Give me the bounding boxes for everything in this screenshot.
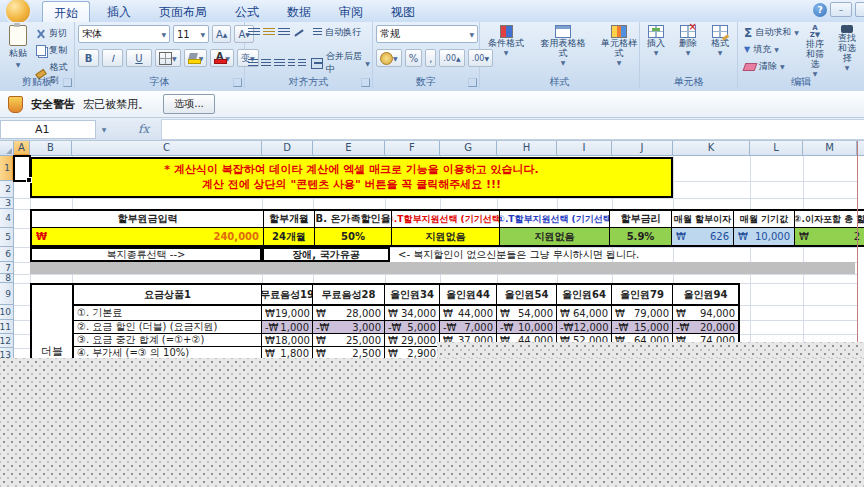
number-format-select[interactable]: 常规▼ <box>376 25 478 43</box>
table-cell[interactable]: ₩25,000 <box>313 334 385 347</box>
align-top-icon[interactable] <box>248 28 260 37</box>
welfare-select-value-cell[interactable]: 장애, 국가유공 <box>262 247 390 262</box>
column-header-K[interactable]: K <box>673 141 750 156</box>
table-cell[interactable]: ₩19,000 <box>262 306 313 321</box>
column-header-H[interactable]: H <box>497 141 557 156</box>
merge-center-button[interactable]: 合并后居中▼ <box>309 49 372 77</box>
increase-indent-icon[interactable] <box>298 59 306 68</box>
orientation-icon[interactable] <box>293 27 304 38</box>
grow-font-button[interactable]: A▲ <box>212 25 231 43</box>
paste-button[interactable]: 粘贴 ▼ <box>3 25 33 68</box>
plan-header-cell[interactable]: 올인원79 <box>612 285 673 306</box>
tab-page-layout[interactable]: 页面布局 <box>148 1 218 22</box>
plan-header-cell[interactable]: 무료음성28 <box>313 285 385 306</box>
security-options-button[interactable]: 选项... <box>163 94 215 114</box>
cell-principal[interactable]: ₩ 240,000 <box>32 228 264 245</box>
name-box-dropdown-icon[interactable]: ▼ <box>96 126 112 133</box>
header-monthly-device[interactable]: 매월 기기값 <box>734 211 795 228</box>
table-cell[interactable]: ₩94,000 <box>673 306 738 321</box>
percent-style-button[interactable]: % <box>405 49 423 67</box>
font-family-select[interactable]: 宋体▼ <box>78 25 170 43</box>
tab-data[interactable]: 数据 <box>276 1 322 22</box>
tab-insert[interactable]: 插入 <box>96 1 142 22</box>
header-t-support-2[interactable]: ①.T할부지원선택 (기기선택 <box>500 211 610 228</box>
copy-button[interactable]: 复制 <box>34 43 74 58</box>
maximize-button[interactable] <box>855 2 864 17</box>
table-cell[interactable]: -₩10,000 <box>497 321 557 334</box>
align-left-icon[interactable] <box>248 59 258 68</box>
tab-review[interactable]: 审阅 <box>328 1 374 22</box>
wrap-text-button[interactable]: 自动换行 <box>311 25 363 40</box>
header-months[interactable]: 할부개월 <box>264 211 315 228</box>
cell-months[interactable]: 24개월 <box>264 228 315 245</box>
table-row-label[interactable]: ①. 기본료 <box>74 306 262 321</box>
row-header-4[interactable]: 4 <box>0 209 14 228</box>
select-all-button[interactable] <box>0 141 14 156</box>
table-cell[interactable]: -₩15,000 <box>612 321 673 334</box>
table-cell[interactable]: ₩34,000 <box>385 306 440 321</box>
row-header-9[interactable]: 9 <box>0 283 14 305</box>
table-cell[interactable]: -₩7,000 <box>440 321 497 334</box>
fill-button[interactable]: ▼填充▼ <box>742 42 801 57</box>
cell-total-with-interest[interactable]: ₩ 2 <box>795 228 864 245</box>
plan-header-cell[interactable]: 무료음성19 <box>262 285 313 306</box>
align-right-icon[interactable] <box>274 59 284 68</box>
accounting-format-button[interactable]: ▼ <box>376 49 402 67</box>
row-header-8[interactable]: 8 <box>0 274 14 283</box>
cell-styles-button[interactable]: 单元格样式▼ <box>597 25 641 68</box>
borders-button[interactable]: ▼ <box>155 49 181 67</box>
row-header-1[interactable]: 1 <box>0 156 14 181</box>
plan-header-cell[interactable]: 올인원94 <box>673 285 738 306</box>
row-header-3[interactable]: 3 <box>0 198 14 209</box>
column-header-D[interactable]: D <box>262 141 313 156</box>
align-center-icon[interactable] <box>261 59 271 68</box>
table-cell[interactable]: -₩1,000 <box>262 321 313 334</box>
table-cell[interactable]: ₩79,000 <box>612 306 673 321</box>
cell-rate[interactable]: 5.9% <box>610 228 672 245</box>
table-cell[interactable]: -₩20,000 <box>673 321 738 334</box>
delete-cells-button[interactable]: 删除▼ <box>675 25 701 58</box>
bold-button[interactable]: B <box>78 49 99 67</box>
alignment-dialog-launcher-icon[interactable] <box>361 78 370 87</box>
tab-home[interactable]: 开始 <box>42 1 90 23</box>
table-row-label[interactable]: ③. 요금 중간 합계 (=①+②) <box>74 334 262 347</box>
underline-button[interactable]: U <box>126 49 152 67</box>
autosum-button[interactable]: Σ自动求和▼ <box>742 25 801 40</box>
column-header-L[interactable]: L <box>750 141 803 156</box>
format-as-table-button[interactable]: 套用表格格式▼ <box>537 25 589 68</box>
column-header-F[interactable]: F <box>385 141 440 156</box>
table-cell[interactable]: -₩12,000 <box>557 321 612 334</box>
header-total-with-interest[interactable]: ②.이자포함 총 할 <box>795 211 864 228</box>
table-cell[interactable]: ₩29,000 <box>385 334 440 347</box>
plan-header-cell[interactable]: 올인원44 <box>440 285 497 306</box>
table-cell[interactable]: ₩44,000 <box>440 306 497 321</box>
table-cell[interactable]: ₩18,000 <box>262 334 313 347</box>
row-header-12[interactable]: 12 <box>0 334 14 348</box>
font-color-button[interactable]: A▼ <box>210 49 234 67</box>
row-header-6[interactable]: 6 <box>0 247 14 262</box>
comma-style-button[interactable]: , <box>425 49 436 67</box>
align-bottom-icon[interactable] <box>278 28 290 37</box>
header-family-discount[interactable]: B. 온가족할인율 <box>315 211 392 228</box>
formula-input[interactable] <box>161 119 864 140</box>
clear-button[interactable]: 清除▼ <box>742 59 801 74</box>
welfare-select-label-cell[interactable]: 복지종류선택 --> <box>30 247 262 262</box>
header-t-support-1[interactable]: ①.T할부지원선택 (기기선택) <box>392 211 500 228</box>
cell-monthly-interest[interactable]: ₩ 626 <box>672 228 734 245</box>
cut-button[interactable]: 剪切 <box>34 26 74 41</box>
cell-monthly-device[interactable]: ₩ 10,000 <box>734 228 795 245</box>
sort-filter-button[interactable]: AZ▼ 排序和筛选▼ <box>802 25 828 79</box>
active-cell-selection[interactable] <box>13 155 31 182</box>
align-middle-icon[interactable] <box>263 28 275 37</box>
column-header-A[interactable]: A <box>14 141 30 156</box>
row-header-2[interactable]: 2 <box>0 181 14 198</box>
plan-header-cell[interactable]: 올인원64 <box>557 285 612 306</box>
tab-formulas[interactable]: 公式 <box>224 1 270 22</box>
table-side-label-cell[interactable]: 더블 <box>30 283 72 362</box>
find-select-button[interactable]: 查找和选择▼ <box>834 25 860 73</box>
product-header-cell[interactable]: 요금상품1 <box>74 285 262 306</box>
font-size-select[interactable]: 11▼ <box>173 25 209 43</box>
row-header-10[interactable]: 10 <box>0 305 14 320</box>
table-cell[interactable]: ₩64,000 <box>557 306 612 321</box>
italic-button[interactable]: I <box>102 49 123 67</box>
